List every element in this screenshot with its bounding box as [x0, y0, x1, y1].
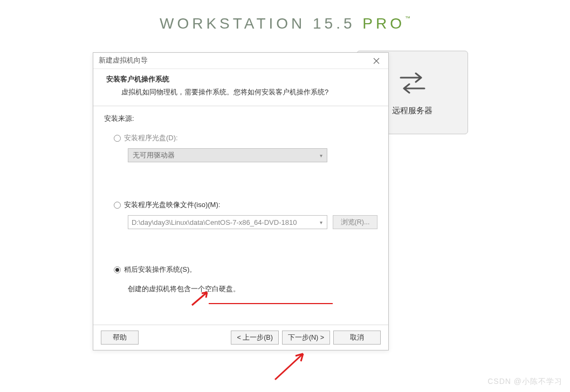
- back-button[interactable]: < 上一步(B): [231, 331, 278, 345]
- app-title-main: WORKSTATION 15.5: [160, 15, 362, 32]
- transfer-arrows-icon: [397, 69, 428, 96]
- annotation-arrow-next: [273, 348, 311, 382]
- radio-install-iso[interactable]: 安装程序光盘映像文件(iso)(M):: [114, 200, 377, 210]
- dialog-header: 安装客户机操作系统 虚拟机如同物理机，需要操作系统。您将如何安装客户机操作系统?: [93, 69, 388, 106]
- radio-later-label: 稍后安装操作系统(S)。: [124, 265, 196, 274]
- dialog-header-title: 安装客户机操作系统: [106, 74, 375, 84]
- dialog-header-desc: 虚拟机如同物理机，需要操作系统。您将如何安装客户机操作系统?: [106, 87, 375, 97]
- dialog-body: 安装来源: 安装程序光盘(D): 无可用驱动器 ▾ 安装程序光盘映像文件(iso…: [93, 106, 388, 325]
- app-title: WORKSTATION 15.5 PRO™: [0, 15, 570, 32]
- iso-path-input[interactable]: D:\day\day3\Linux\data\CentOS-7-x86_64-D…: [128, 215, 327, 229]
- chevron-down-icon: ▾: [320, 153, 322, 159]
- disc-drive-value: 无可用驱动器: [133, 150, 175, 160]
- radio-install-later[interactable]: 稍后安装操作系统(S)。: [114, 265, 377, 274]
- dialog-title: 新建虚拟机向导: [99, 56, 148, 65]
- next-button[interactable]: 下一步(N) >: [282, 331, 330, 345]
- radio-icon: [114, 135, 121, 142]
- radio-icon-selected: [114, 266, 121, 273]
- close-button[interactable]: [366, 53, 387, 68]
- radio-icon: [114, 202, 121, 209]
- dialog-titlebar: 新建虚拟机向导: [93, 53, 388, 69]
- radio-disc-label: 安装程序光盘(D):: [124, 133, 178, 143]
- remote-server-label: 远程服务器: [392, 106, 432, 116]
- app-title-pro: PRO: [362, 15, 405, 32]
- browse-button[interactable]: 浏览(R)...: [333, 215, 377, 229]
- chevron-down-icon: ▾: [320, 219, 322, 225]
- install-source-label: 安装来源:: [104, 114, 377, 123]
- later-note-text: 创建的虚拟机将包含一个空白硬盘。: [128, 284, 377, 294]
- annotation-underline: [209, 303, 333, 304]
- dialog-footer: 帮助 < 上一步(B) 下一步(N) > 取消: [93, 325, 388, 350]
- radio-install-disc[interactable]: 安装程序光盘(D):: [114, 133, 377, 143]
- watermark: CSDN @小陈不学习: [487, 377, 562, 387]
- app-title-tm: ™: [405, 15, 410, 21]
- close-icon: [373, 58, 380, 64]
- new-vm-wizard-dialog: 新建虚拟机向导 安装客户机操作系统 虚拟机如同物理机，需要操作系统。您将如何安装…: [93, 52, 389, 350]
- cancel-button[interactable]: 取消: [333, 331, 381, 345]
- radio-iso-label: 安装程序光盘映像文件(iso)(M):: [124, 200, 220, 210]
- iso-path-value: D:\day\day3\Linux\data\CentOS-7-x86_64-D…: [132, 218, 297, 226]
- help-button[interactable]: 帮助: [101, 331, 139, 345]
- disc-drive-dropdown[interactable]: 无可用驱动器 ▾: [128, 148, 327, 162]
